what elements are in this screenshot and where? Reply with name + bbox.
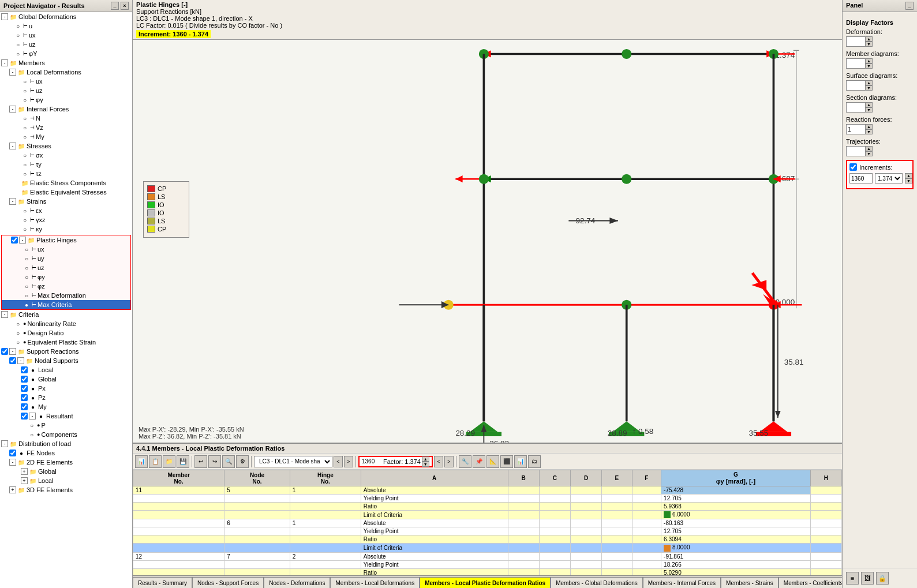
expand-icon[interactable]: - <box>17 357 24 364</box>
table-scroll[interactable]: MemberNo. NodeNo. HingeNo. A B C D E F G… <box>133 470 842 575</box>
expand-icon[interactable]: - <box>1 440 8 447</box>
tree-item-3dfe[interactable]: + 📁 3D FE Elements <box>0 485 132 495</box>
tab-members-global-deformations[interactable]: Members - Global Deformations <box>551 577 643 588</box>
reaction-forces-spin[interactable]: ▲ ▼ <box>846 124 872 134</box>
tree-item-2dfe[interactable]: - 📁 2D FE Elements <box>0 458 132 467</box>
member-diagrams-down[interactable]: ▼ <box>865 63 873 69</box>
tree-item-elastic-stress[interactable]: 📁 Elastic Stress Components <box>0 178 132 188</box>
tree-item-global-def[interactable]: - 📁 Global Deformations <box>0 12 132 21</box>
tree-item-tauy[interactable]: ○ ⊢ τy <box>0 160 132 169</box>
global-checkbox[interactable] <box>21 376 28 383</box>
tree-item-N[interactable]: ○ ⊣ N <box>0 114 132 123</box>
tree-item-ux2[interactable]: ○ ⊢ ux <box>0 77 132 86</box>
tree-item-pz[interactable]: ● Pz <box>0 393 132 402</box>
prev-btn[interactable]: < <box>334 456 343 467</box>
surface-diagrams-down[interactable]: ▼ <box>865 85 873 91</box>
surface-diagrams-up[interactable]: ▲ <box>865 80 873 85</box>
tab-nodes-support-forces[interactable]: Nodes - Support Forces <box>192 577 264 588</box>
section-diagrams-up[interactable]: ▲ <box>865 102 873 107</box>
tree-item-sigmax[interactable]: ○ ⊢ σx <box>0 151 132 160</box>
tree-item-phy2[interactable]: ○ ⊢ φy <box>0 95 132 104</box>
close-nav-btn[interactable]: × <box>121 2 129 10</box>
tree-item-ph-phz[interactable]: ○ ⊢ φz <box>2 282 130 291</box>
toolbar-btn-3[interactable]: 📁 <box>163 455 175 468</box>
increments-up[interactable]: ▲ <box>905 173 912 178</box>
rp-icon-table[interactable]: ≡ <box>846 572 859 585</box>
tree-item-2dfe-global[interactable]: + 📁 Global <box>0 467 132 476</box>
tree-item-nodal-supports[interactable]: - 📁 Nodal Supports <box>0 356 132 365</box>
increments-to-select[interactable]: 1.374 <box>875 173 903 183</box>
deformation-down[interactable]: ▼ <box>865 42 873 47</box>
local-checkbox[interactable] <box>21 366 28 373</box>
tree-item-equiv-plastic[interactable]: ○ ● Equivalent Plastic Strain <box>0 338 132 347</box>
section-diagrams-down[interactable]: ▼ <box>865 107 873 113</box>
tree-item-elastic-equiv[interactable]: 📁 Elastic Equivalent Stresses <box>0 188 132 197</box>
prev-factor-btn[interactable]: < <box>434 456 443 467</box>
deformation-spin[interactable]: ▲ ▼ <box>846 36 872 47</box>
tree-item-local-def[interactable]: - 📁 Local Deformations <box>0 68 132 77</box>
tree-item-uz2[interactable]: ○ ⊢ uz <box>0 86 132 95</box>
trajectories-up[interactable]: ▲ <box>865 146 873 151</box>
tree-item-global[interactable]: ● Global <box>0 374 132 384</box>
expand-icon[interactable]: - <box>1 311 8 318</box>
toolbar-btn-10[interactable]: 📌 <box>473 455 485 468</box>
tree-item-yxz[interactable]: ○ ⊢ γxz <box>0 215 132 224</box>
tab-nodes-deformations[interactable]: Nodes - Deformations <box>264 577 330 588</box>
toolbar-btn-7[interactable]: 🔍 <box>222 455 235 468</box>
tab-members-local-plastic[interactable]: Members - Local Plastic Deformation Rati… <box>420 577 551 588</box>
tree-item-distload[interactable]: - 📁 Distribution of load <box>0 439 132 448</box>
tree-item-local[interactable]: ● Local <box>0 365 132 374</box>
section-diagrams-input[interactable] <box>847 104 865 111</box>
tree-item-ph-ux[interactable]: ○ ⊢ ux <box>2 245 130 254</box>
expand-icon[interactable]: - <box>1 59 8 66</box>
trajectories-down[interactable]: ▼ <box>865 151 873 156</box>
tree-item-uz[interactable]: ○ ⊢ uz <box>0 40 132 49</box>
tree-item-tauz[interactable]: ○ ⊢ τz <box>0 169 132 178</box>
toolbar-btn-9[interactable]: 🔧 <box>459 455 471 468</box>
tree-item-ph-phy[interactable]: ○ ⊢ φy <box>2 272 130 282</box>
tree-item-ph-uz[interactable]: ○ ⊢ uz <box>2 263 130 272</box>
toolbar-btn-11[interactable]: 📐 <box>486 455 499 468</box>
resultant-checkbox[interactable] <box>21 413 28 420</box>
rp-icon-lock[interactable]: 🔒 <box>876 572 889 585</box>
deformation-up[interactable]: ▲ <box>865 36 873 42</box>
tree-item-ph-maxcrit[interactable]: ● ⊢ Max Criteria <box>2 300 130 309</box>
tree-item-resultant[interactable]: - ● Resultant <box>0 411 132 421</box>
tree-item-px[interactable]: ● Px <box>0 384 132 393</box>
tree-item-Vz[interactable]: ○ ⊣ Vz <box>0 123 132 132</box>
tree-item-criteria[interactable]: - 📁 Criteria <box>0 310 132 319</box>
tree-item-u[interactable]: ○ ⊢ u <box>0 21 132 31</box>
member-diagrams-spin[interactable]: ▲ ▼ <box>846 58 872 69</box>
tab-members-internal-forces[interactable]: Members - Internal Forces <box>643 577 721 588</box>
tree-item-ky[interactable]: ○ ⊢ κy <box>0 224 132 234</box>
tree-item-my-support[interactable]: ● My <box>0 402 132 411</box>
tab-members-strains[interactable]: Members - Strains <box>721 577 778 588</box>
minimize-btn[interactable]: _ <box>111 2 119 10</box>
tab-results-summary[interactable]: Results - Summary <box>133 577 192 588</box>
increments-checkbox[interactable] <box>849 163 857 171</box>
tree-item-fe-nodes[interactable]: ● FE Nodes <box>0 448 132 458</box>
reaction-forces-up[interactable]: ▲ <box>865 124 873 129</box>
tree-item-ex[interactable]: ○ ⊢ εx <box>0 206 132 215</box>
toolbar-btn-12[interactable]: ⬛ <box>500 455 513 468</box>
pz-checkbox[interactable] <box>21 394 28 401</box>
nodal-supports-checkbox[interactable] <box>9 357 16 364</box>
tree-item-phy[interactable]: ○ ⊢ φY <box>0 49 132 58</box>
increment-input[interactable] <box>362 458 382 465</box>
toolbar-btn-8[interactable]: ⚙ <box>236 455 249 468</box>
expand-icon[interactable]: - <box>9 459 16 466</box>
toolbar-btn-1[interactable]: 📊 <box>135 455 148 468</box>
expand-icon[interactable]: - <box>9 106 16 113</box>
tree-item-My[interactable]: ○ ⊣ My <box>0 132 132 141</box>
member-diagrams-input[interactable] <box>847 61 865 67</box>
tree-item-plastic-hinges[interactable]: - 📁 Plastic Hinges <box>2 235 130 245</box>
plastic-hinges-checkbox[interactable] <box>11 237 18 244</box>
tree-item-internal-forces[interactable]: - 📁 Internal Forces <box>0 104 132 114</box>
toolbar-btn-14[interactable]: 🗂 <box>528 455 541 468</box>
surface-diagrams-spin[interactable]: ▲ ▼ <box>846 80 872 91</box>
support-reactions-checkbox[interactable] <box>1 348 8 355</box>
increments-from-input[interactable] <box>849 173 873 183</box>
tree-item-members[interactable]: - 📁 Members <box>0 58 132 68</box>
tree-item-ph-uy[interactable]: ○ ⊢ uy <box>2 254 130 263</box>
expand-icon[interactable]: + <box>9 486 16 493</box>
